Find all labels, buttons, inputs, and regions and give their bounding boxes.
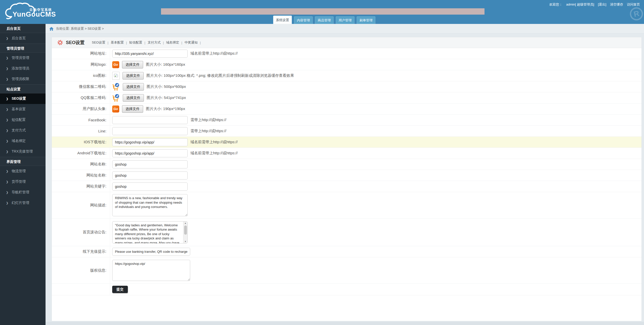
clear-cache-link[interactable]: 清空缓存 [610, 2, 623, 7]
site-logo-file-button[interactable]: 选择文件 [122, 61, 143, 68]
sidebar-item-trx-recharge[interactable]: ❯ TRX充值管理 [0, 146, 46, 157]
field-hint: 域名前需带上http://或https:// [190, 151, 238, 156]
link-win-notice[interactable]: 中奖通知 [182, 40, 200, 45]
link-sms-config[interactable]: 短信配置 [127, 40, 144, 45]
chevron-right-icon: ❯ [6, 191, 8, 194]
sidebar-item-admin-permissions[interactable]: ❯ 管理员权限 [0, 74, 46, 84]
sidebar-item-label: 域名绑定 [12, 139, 26, 143]
form-row-site-short-name: 网站短名称: [52, 170, 641, 181]
offline-recharge-input[interactable] [112, 248, 190, 256]
form-row-site-description: 网站描述: RBWINS is a new, fashionable and t… [52, 192, 641, 219]
field-label: 网站关键字: [52, 181, 110, 192]
sidebar-item-add-admin[interactable]: ❯ 添加管理员 [0, 63, 46, 74]
line-input[interactable] [112, 127, 188, 135]
chevron-right-icon: ❯ [6, 78, 8, 81]
field-hint: 图片大小: 541px*741px [147, 95, 186, 100]
sidebar-item-navbar[interactable]: ❯ 导航栏管理 [0, 187, 46, 198]
tab-order-brush-management[interactable]: 刷单管理 [357, 16, 375, 24]
link-basic-config[interactable]: 基本配置 [108, 40, 126, 45]
sidebar-group-site-settings[interactable]: 站点设置 [0, 84, 46, 93]
form-row-line: Line: 需带上http://或https:// [52, 126, 641, 137]
site-keywords-input[interactable] [112, 183, 188, 191]
gear-icon [57, 40, 63, 45]
field-hint: 需带上http://或https:// [190, 129, 226, 133]
sidebar-item-sms-config[interactable]: ❯ 短信配置 [0, 115, 46, 125]
sidebar-item-basic-settings[interactable]: ❯ 基本设置 [0, 104, 46, 115]
visit-home-link[interactable]: 访问首页 [627, 2, 640, 7]
link-seo-settings[interactable]: SEO设置 [90, 40, 107, 45]
tab-system-settings[interactable]: 系统设置 [273, 16, 292, 24]
scrollbar-thumb[interactable] [184, 226, 187, 235]
app-logo[interactable]: 云购夺宝系统 YunGouCMS [4, 2, 57, 22]
wechat-qr-file-button[interactable]: 选择文件 [123, 83, 144, 91]
form-row-ios-download: IOS下载地址: 域名前需带上http://或https:// [52, 137, 641, 148]
android-download-input[interactable] [112, 149, 188, 157]
form-row-site-url: 网站地址: 域名前需带上http://或https:// [52, 48, 641, 59]
cart-logo-thumbnail [112, 83, 120, 91]
sidebar-item-label: 添加管理员 [12, 66, 29, 71]
field-hint: 需带上http://或https:// [190, 118, 226, 122]
chevron-right-icon: ❯ [6, 129, 8, 132]
site-url-input[interactable] [112, 50, 188, 58]
sidebar-item-domain-binding[interactable]: ❯ 域名绑定 [0, 136, 46, 146]
sidebar-group-admin[interactable]: 管理员管理 [0, 44, 46, 53]
sidebar-item-currency[interactable]: ❯ 货币管理 [0, 176, 46, 187]
field-label: Android下载地址: [52, 148, 110, 159]
seo-settings-panel: SEO设置 SEO设置 | 基本配置 | 短信配置 | 支付方式 | 域名绑定 … [52, 37, 642, 321]
chevron-right-icon: ❯ [6, 97, 8, 100]
home-icon [49, 27, 54, 31]
tab-product-management[interactable]: 商品管理 [315, 16, 334, 24]
sidebar-item-label: 管理员权限 [12, 77, 29, 81]
sidebar-item-home[interactable]: ❯ 后台首页 [0, 33, 46, 44]
sidebar: 后台首页 ❯ 后台首页 管理员管理 ❯ 管理员管理 ❯ 添加管理员 ❯ 管理员权… [0, 24, 46, 325]
facebook-input[interactable] [112, 116, 188, 124]
sidebar-item-seo-settings[interactable]: ❯ SEO设置 [0, 93, 46, 104]
sidebar-item-label: 物流管理 [12, 169, 26, 173]
ios-download-input[interactable] [112, 138, 188, 146]
sidebar-item-label: 货币管理 [12, 179, 26, 184]
site-short-name-input[interactable] [112, 171, 188, 179]
sidebar-item-payment-methods[interactable]: ❯ 支付方式 [0, 125, 46, 136]
chevron-right-icon: ❯ [6, 67, 8, 70]
welcome-bar: 欢迎您： admin[ 超级管理员] [退出] 清空缓存 访问首页 [549, 2, 640, 7]
admin-label: admin[ 超级管理员] [566, 2, 594, 7]
home-notice-textarea[interactable]: "Good day ladies and gentlemen, Welcome … [112, 221, 188, 243]
scroll-down-icon[interactable]: ▼ [184, 240, 186, 243]
scroll-up-icon[interactable]: ▲ [184, 222, 186, 225]
field-label: 用户默认头像: [52, 103, 110, 114]
chevron-right-icon: ❯ [6, 118, 8, 122]
sidebar-item-label: SEO设置 [12, 96, 26, 101]
link-payment-methods[interactable]: 支付方式 [145, 40, 163, 45]
textarea-scrollbar[interactable]: ▲ ▼ [183, 222, 187, 243]
sidebar-item-logistics[interactable]: ❯ 物流管理 [0, 166, 46, 176]
field-label-empty [52, 284, 110, 295]
form-row-android-download: Android下载地址: 域名前需带上http://或https:// [52, 148, 641, 159]
logout-link[interactable]: [退出] [598, 2, 606, 7]
sidebar-group-home[interactable]: 后台首页 [0, 24, 46, 33]
submit-button[interactable]: 提交 [112, 286, 128, 293]
chevron-right-icon: ❯ [6, 150, 8, 153]
form-row-default-avatar: 用户默认头像: Go 选择文件 图片大小: 190px*190px [52, 103, 641, 115]
form-row-facebook: FaceBook: 需带上http://或https:// [52, 115, 641, 126]
sidebar-item-label: 幻灯片管理 [12, 201, 29, 205]
sidebar-group-interface[interactable]: 界面管理 [0, 157, 46, 166]
qq-qr-file-button[interactable]: 选择文件 [123, 94, 144, 102]
broken-image-icon [112, 72, 120, 80]
tab-content-management[interactable]: 内容管理 [294, 16, 313, 24]
link-domain-binding[interactable]: 域名绑定 [164, 40, 181, 45]
default-avatar-file-button[interactable]: 选择文件 [122, 105, 143, 113]
ico-file-button[interactable]: 选择文件 [123, 72, 144, 80]
default-avatar-thumbnail: Go [112, 105, 119, 113]
sidebar-item-label: 基本设置 [12, 107, 26, 112]
cart-logo-thumbnail [112, 94, 120, 102]
site-description-textarea[interactable]: RBWINS is a new, fashionable and trendy … [112, 194, 188, 216]
chevron-right-icon: ❯ [6, 180, 8, 184]
sidebar-item-admin-management[interactable]: ❯ 管理员管理 [0, 53, 46, 63]
sidebar-item-label: 支付方式 [12, 128, 26, 133]
form-row-copyright: 版权信息: https://gogoshop.vip/ [52, 257, 641, 284]
tab-user-management[interactable]: 用户管理 [336, 16, 354, 24]
site-name-input[interactable] [112, 160, 188, 168]
copyright-textarea[interactable]: https://gogoshop.vip/ [112, 260, 190, 281]
app-title: YunGouCMS [13, 11, 56, 18]
sidebar-item-slideshow[interactable]: ❯ 幻灯片管理 [0, 198, 46, 208]
